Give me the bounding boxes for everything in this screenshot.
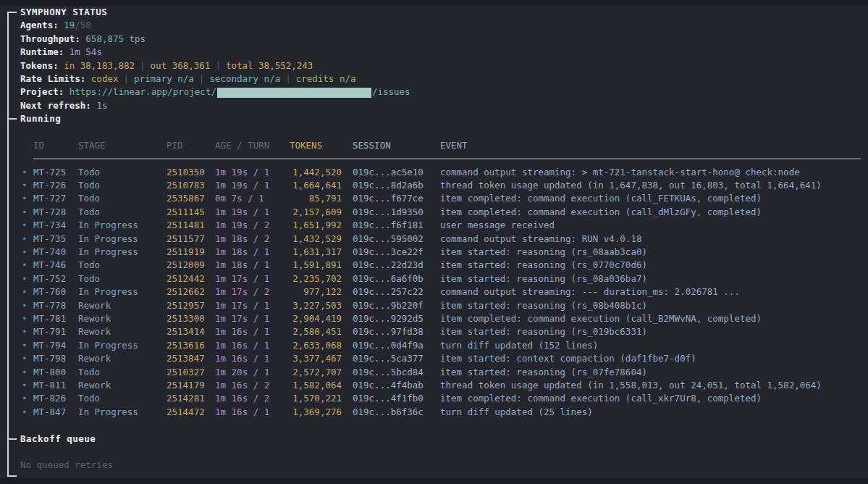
agent-stage: In Progress [78,285,167,299]
agent-session: 019c...9292d5 [342,312,440,325]
agent-stage: Todo [78,166,167,179]
agent-pid: 2510783 [167,179,215,192]
agent-session: 019c...4f4bab [342,379,440,392]
agent-event: thread token usage updated (in 1,647,838… [440,179,862,192]
agent-pid: 2513300 [167,312,215,325]
agent-age-turn: 1m 16s / 2 [215,379,290,392]
agent-session: 019c...6a6f0b [342,272,440,285]
agent-id: MT-826 [33,392,78,405]
agent-pid: 2511481 [167,219,215,232]
agent-tokens: 1,591,891 [290,259,342,272]
agent-stage: In Progress [78,246,167,259]
col-header-id: ID [33,139,78,152]
agent-stage: Todo [78,206,167,219]
agent-session: 019c...595002 [342,233,440,246]
table-row: • MT-725 Todo 2510350 1m 19s / 1 1,442,5… [20,166,862,179]
agent-status-bullet-icon: • [20,166,33,179]
agent-event: turn diff updated (25 lines) [440,406,862,419]
agent-status-bullet-icon: • [20,192,33,205]
agent-status-bullet-icon: • [20,219,33,232]
agent-event: turn diff updated (152 lines) [440,339,862,352]
agent-pid: 2513847 [167,352,215,365]
table-row: • MT-727 Todo 2535867 0m 7s / 1 85,791 0… [20,192,862,205]
agent-age-turn: 1m 16s / 1 [215,352,290,365]
agent-stage: In Progress [78,233,167,246]
agent-event: item started: reasoning (rs_0770c70d6) [440,259,862,272]
next-refresh-line: Next refresh: 1s [20,99,862,112]
agent-age-turn: 1m 16s / 2 [215,392,290,405]
agents-label: Agents: [20,20,59,30]
table-row: • MT-728 Todo 2511145 1m 19s / 1 2,157,6… [20,206,862,219]
tokens-label: Tokens: [20,60,59,71]
agent-age-turn: 1m 18s / 1 [215,259,290,272]
agent-status-bullet-icon: • [20,233,33,246]
agent-stage: In Progress [78,219,167,232]
agent-id: MT-800 [33,366,78,379]
agent-pid: 2535867 [167,192,215,205]
agent-age-turn: 1m 16s / 1 [215,339,290,352]
frame-tick-backoff [7,438,17,440]
separator: | [215,60,221,71]
table-row: • MT-826 Todo 2514281 1m 16s / 2 1,570,2… [20,392,862,405]
agent-stage: Todo [78,392,167,405]
agent-tokens: 3,377,467 [290,352,342,365]
agent-tokens: 1,442,520 [290,166,342,179]
agent-status-bullet-icon: • [20,312,33,325]
frame-corner-top [7,12,17,13]
agent-pid: 2511577 [167,233,215,246]
terminal-bottom-edge [0,478,868,484]
runtime-value: 1m 54s [69,46,102,57]
table-header-row: ID STAGE PID AGE / TURN TOKENS SESSION E… [20,139,862,152]
status-screen: SYMPHONY STATUS Agents: 19/50 Throughput… [0,0,868,484]
col-header-session: SESSION [342,139,440,152]
agent-pid: 2512009 [167,259,215,272]
project-url[interactable]: https://linear.app/project//issues [69,86,410,97]
agent-id: MT-794 [33,339,78,352]
rate-limits-label: Rate Limits: [20,73,85,84]
agent-status-bullet-icon: • [20,246,33,259]
agent-id: MT-791 [33,325,78,338]
project-url-prefix: https://linear.app/project/ [69,86,216,97]
agent-age-turn: 1m 19s / 1 [215,166,290,179]
agent-stage: Todo [78,259,167,272]
agent-status-bullet-icon: • [20,392,33,405]
agent-age-turn: 1m 16s / 1 [215,406,290,419]
agent-id: MT-735 [33,233,78,246]
agent-session: 019c...4f1fb0 [342,392,440,405]
agent-tokens: 2,580,451 [290,325,342,338]
agent-event: item started: reasoning (rs_08aab3ca0) [440,246,862,259]
agent-status-bullet-icon: • [20,179,33,192]
agent-pid: 2512662 [167,285,215,299]
agent-tokens: 1,432,529 [290,233,342,246]
agent-event: item completed: command execution (call_… [440,192,862,205]
table-row: • MT-746 Todo 2512009 1m 18s / 1 1,591,8… [20,259,862,272]
agent-pid: 2511145 [167,206,215,219]
throughput-label: Throughput: [20,33,80,44]
col-header-tokens: TOKENS [290,139,342,152]
agent-event: item completed: command execution (call_… [440,312,862,325]
agent-session: 019c...1d9350 [342,206,440,219]
agent-session: 019c...0d4f9a [342,339,440,352]
frame-corner-bottom [7,475,17,477]
agent-age-turn: 1m 19s / 1 [215,179,290,192]
agent-session: 019c...22d23d [342,259,440,272]
agent-session: 019c...5ca377 [342,352,440,365]
table-row: • MT-847 In Progress 2514472 1m 16s / 1 … [20,406,862,419]
agent-event: item completed: command execution (call_… [440,392,862,405]
rate-limits-values: codex|primary n/a|secondary n/a|credits … [91,73,356,84]
table-row: • MT-778 Rework 2512957 1m 17s / 1 3,227… [20,299,862,312]
throughput-line: Throughput: 658,875 tps [20,33,862,46]
agent-pid: 2514281 [167,392,215,405]
agent-id: MT-728 [33,206,78,219]
agent-stage: Todo [78,179,167,192]
agent-status-bullet-icon: • [20,339,33,352]
runtime-line: Runtime: 1m 54s [20,46,862,59]
agent-id: MT-740 [33,246,78,259]
agent-tokens: 85,791 [290,192,342,205]
agent-event: thread token usage updated (in 1,558,013… [440,379,862,392]
table-row: • MT-781 Rework 2513300 1m 17s / 1 2,904… [20,312,862,325]
frame-vertical-line [7,12,9,477]
tokens-total: total 38,552,243 [226,60,313,71]
tokens-out: out 368,361 [151,60,211,71]
agent-tokens: 1,369,276 [290,406,342,419]
